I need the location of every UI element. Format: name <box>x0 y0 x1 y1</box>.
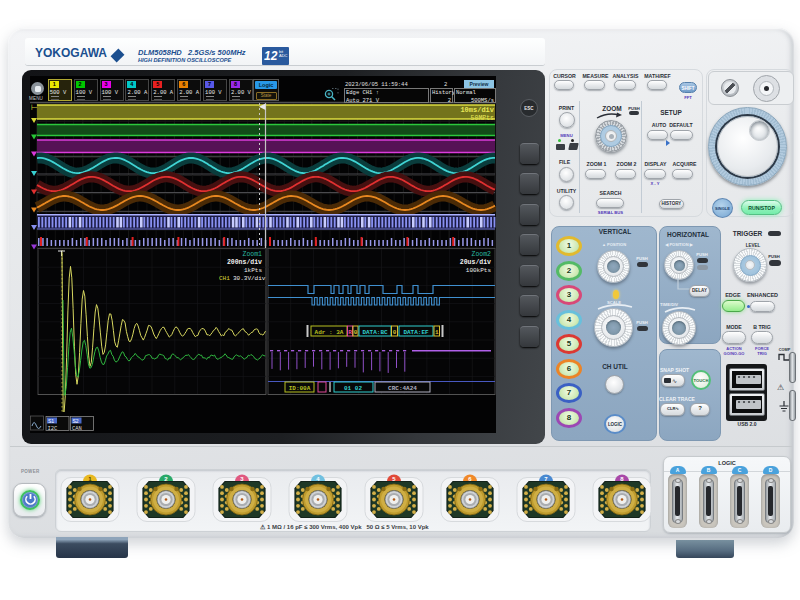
svg-text:Zoom1: Zoom1 <box>242 251 262 258</box>
svg-text:⊢: ⊢ <box>31 103 38 112</box>
svg-text:CH1: CH1 <box>219 275 230 282</box>
svg-text:DATA:EF: DATA:EF <box>403 329 429 336</box>
svg-text:Adr : 3A: Adr : 3A <box>315 329 344 336</box>
svg-text:I2C: I2C <box>48 425 59 432</box>
svg-text:1: 1 <box>435 329 439 336</box>
svg-text:200ns/div: 200ns/div <box>227 259 262 266</box>
svg-text:0: 0 <box>393 329 397 336</box>
svg-text:50MPts: 50MPts <box>471 115 495 122</box>
svg-text:R: R <box>348 329 352 336</box>
svg-text:DATA:BC: DATA:BC <box>362 329 388 336</box>
svg-text:100kPts: 100kPts <box>466 267 492 274</box>
svg-text:1kPts: 1kPts <box>244 267 262 274</box>
svg-text:ID:00A: ID:00A <box>289 385 311 392</box>
svg-text:20us/div: 20us/div <box>460 259 491 266</box>
svg-text:CRC:4A24: CRC:4A24 <box>388 385 417 392</box>
svg-text:10ms/div: 10ms/div <box>460 106 494 114</box>
svg-text:S1: S1 <box>48 418 54 424</box>
svg-text:30.3V/div: 30.3V/div <box>233 275 266 282</box>
svg-text:CAN: CAN <box>72 425 82 432</box>
svg-text:S2: S2 <box>73 418 79 424</box>
svg-text:0: 0 <box>354 329 358 336</box>
svg-text:Zoom2: Zoom2 <box>471 251 491 258</box>
svg-text:01 02: 01 02 <box>344 385 362 392</box>
